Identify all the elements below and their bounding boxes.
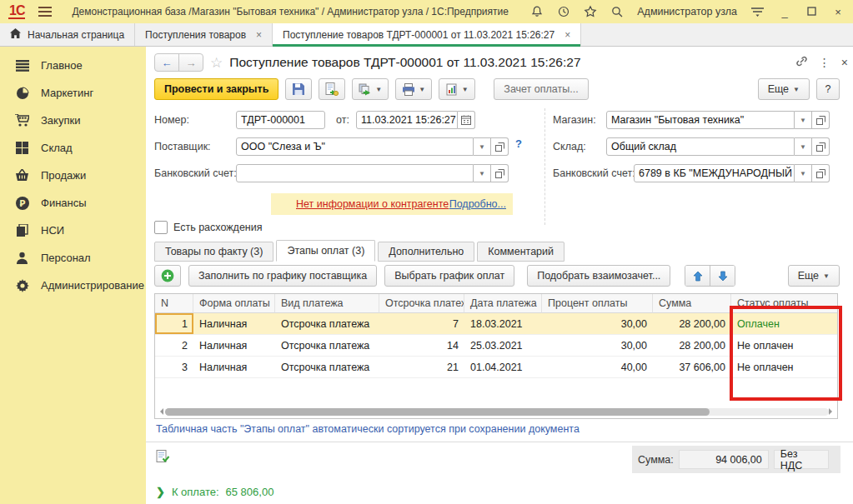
warehouse-field[interactable]: Общий склад ▼: [606, 137, 830, 156]
open-icon[interactable]: [812, 137, 830, 156]
history-icon[interactable]: [557, 5, 570, 18]
tab-comment[interactable]: Комментарий: [477, 242, 564, 262]
scroll-right-arrow[interactable]: [829, 408, 835, 415]
col-header-n[interactable]: N: [155, 294, 193, 313]
number-field[interactable]: ТДРТ-000001: [236, 111, 325, 129]
open-icon[interactable]: [812, 164, 830, 182]
col-header-delay[interactable]: Отсрочка платежа: [379, 294, 464, 313]
cell-payment-date[interactable]: 18.03.2021: [464, 313, 542, 335]
cell-payment-kind[interactable]: Отсрочка платежа: [275, 313, 379, 335]
create-based-on-button[interactable]: ▼: [352, 78, 389, 100]
sidebar-item-sales[interactable]: Продажи: [0, 162, 146, 189]
post-and-close-button[interactable]: Провести и закрыть: [154, 78, 278, 100]
table-row[interactable]: 1 Наличная Отсрочка платежа 7 18.03.2021…: [155, 313, 837, 335]
tab-receipts-list[interactable]: Поступления товаров ×: [135, 23, 273, 46]
tab-goods-by-fact[interactable]: Товары по факту (3): [154, 242, 273, 262]
more-kebab-icon[interactable]: ⋮: [819, 56, 830, 69]
sidebar-item-administration[interactable]: Администрирование: [0, 272, 146, 299]
calendar-icon[interactable]: [458, 111, 475, 129]
cell-payment-kind[interactable]: Отсрочка платежа: [275, 335, 379, 357]
move-row-up-button[interactable]: [685, 266, 710, 286]
cell-delay[interactable]: 14: [379, 335, 464, 357]
open-icon[interactable]: [812, 111, 830, 129]
cell-payment-percent[interactable]: 30,00: [542, 335, 653, 357]
shop-field[interactable]: Магазин "Бытовая техника" ▼: [606, 111, 830, 129]
tab-additional[interactable]: Дополнительно: [378, 242, 474, 262]
sidebar-item-nsi[interactable]: НСИ: [0, 217, 146, 244]
tab-close-icon[interactable]: ×: [256, 29, 262, 41]
scroll-left-arrow[interactable]: [157, 408, 163, 415]
cell-payment-form[interactable]: Наличная: [193, 313, 275, 335]
close-form-icon[interactable]: ×: [841, 56, 848, 69]
cell-payment-status[interactable]: Оплачен: [731, 313, 837, 335]
favorites-star-icon[interactable]: [584, 5, 597, 18]
document-posted-icon[interactable]: [156, 450, 170, 467]
col-header-payment-status[interactable]: Статус оплаты: [731, 294, 837, 313]
table-row[interactable]: 2 Наличная Отсрочка платежа 14 25.03.202…: [155, 335, 837, 357]
date-field[interactable]: 11.03.2021 15:26:27: [356, 111, 475, 129]
cell-sum[interactable]: 37 606,00: [653, 357, 731, 378]
sidebar-item-purchases[interactable]: Закупки: [0, 107, 146, 134]
back-arrow-button[interactable]: ←: [155, 54, 178, 71]
dropdown-icon[interactable]: ▼: [474, 137, 491, 156]
cell-delay[interactable]: 21: [379, 357, 464, 378]
cell-payment-form[interactable]: Наличная: [193, 335, 275, 357]
main-menu-icon[interactable]: [38, 7, 52, 17]
cell-payment-date[interactable]: 01.04.2021: [464, 357, 542, 378]
move-row-down-button[interactable]: [710, 266, 735, 286]
get-link-icon[interactable]: [795, 55, 808, 70]
col-header-payment-kind[interactable]: Вид платежа: [275, 294, 379, 313]
pick-offset-button[interactable]: Подобрать взаимозачет...: [527, 265, 670, 287]
expand-chevron-icon[interactable]: ❯: [156, 486, 165, 498]
horizontal-scrollbar[interactable]: [157, 407, 835, 417]
supplier-help-icon[interactable]: ?: [515, 137, 522, 156]
scrollbar-thumb[interactable]: [165, 408, 710, 416]
supplier-field[interactable]: ООО "Слеза и Ъ" ▼ ?: [236, 137, 522, 156]
cell-payment-date[interactable]: 25.03.2021: [464, 335, 542, 357]
search-icon[interactable]: [610, 5, 624, 18]
bank-account-field[interactable]: ▼: [236, 164, 509, 182]
cell-delay[interactable]: 7: [379, 313, 464, 335]
shop-bank-account-field[interactable]: 6789 в КБ "МЕЖДУНАРОДНЫЙ БАНК РАЗ ▼: [634, 164, 830, 182]
discrepancy-checkbox[interactable]: [154, 221, 168, 234]
close-window-button[interactable]: ×: [831, 6, 845, 18]
open-icon[interactable]: [491, 137, 509, 156]
cell-payment-form[interactable]: Наличная: [193, 357, 275, 378]
favorite-star-icon[interactable]: ☆: [210, 54, 223, 72]
cell-sum[interactable]: 28 200,00: [653, 335, 731, 357]
col-header-payment-percent[interactable]: Процент оплаты: [542, 294, 653, 313]
col-header-payment-date[interactable]: Дата платежа: [464, 294, 542, 313]
sidebar-item-main[interactable]: Главное: [0, 52, 146, 79]
service-menu-icon[interactable]: [750, 6, 765, 17]
col-header-payment-form[interactable]: Форма оплаты: [193, 294, 275, 313]
open-icon[interactable]: [491, 164, 509, 182]
table-more-button[interactable]: Еще▼: [788, 265, 840, 287]
minimize-button[interactable]: _: [778, 6, 791, 18]
dropdown-icon[interactable]: ▼: [474, 164, 491, 182]
choose-payment-schedule-button[interactable]: Выбрать график оплат: [384, 265, 514, 287]
sidebar-item-warehouse[interactable]: Склад: [0, 134, 146, 162]
form-more-button[interactable]: Еще▼: [758, 78, 810, 100]
cell-payment-percent[interactable]: 30,00: [542, 313, 653, 335]
dropdown-icon[interactable]: ▼: [795, 137, 812, 156]
cell-n[interactable]: 2: [155, 335, 193, 357]
help-button[interactable]: ?: [816, 78, 840, 100]
cell-sum[interactable]: 28 200,00: [653, 313, 731, 335]
col-header-sum[interactable]: Сумма: [653, 294, 731, 313]
tab-home[interactable]: Начальная страница: [0, 23, 135, 46]
dropdown-icon[interactable]: ▼: [795, 164, 812, 182]
tab-receipt-document[interactable]: Поступление товаров ТДРТ-000001 от 11.03…: [273, 23, 581, 46]
current-user[interactable]: Администратор узла: [637, 6, 737, 17]
tab-close-icon[interactable]: ×: [564, 29, 570, 41]
warning-message-link[interactable]: Нет информации о контрагенте: [296, 198, 449, 210]
dropdown-icon[interactable]: ▼: [795, 111, 812, 129]
notifications-bell-icon[interactable]: [530, 5, 544, 18]
table-row[interactable]: 3 Наличная Отсрочка платежа 21 01.04.202…: [155, 357, 837, 378]
print-button[interactable]: ▼: [395, 78, 432, 100]
sidebar-item-marketing[interactable]: Маркетинг: [0, 79, 146, 107]
save-button[interactable]: [285, 78, 312, 100]
cell-payment-kind[interactable]: Отсрочка платежа: [275, 357, 379, 378]
sidebar-item-finance[interactable]: P Финансы: [0, 189, 146, 217]
sidebar-item-personnel[interactable]: Персонал: [0, 244, 146, 272]
offset-payment-button[interactable]: Зачет оплаты...: [494, 78, 588, 100]
